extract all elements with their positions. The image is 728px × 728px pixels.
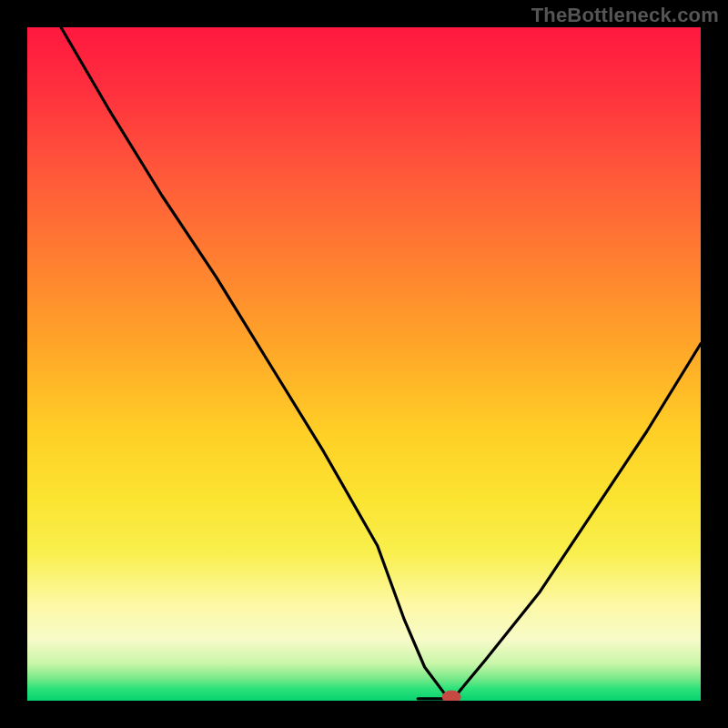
chart-frame: TheBottleneck.com [0, 0, 728, 728]
attribution-text: TheBottleneck.com [531, 4, 719, 27]
plot-area [27, 27, 701, 701]
bottleneck-curve [61, 27, 701, 701]
chart-svg [27, 27, 701, 701]
optimum-marker [442, 691, 460, 701]
